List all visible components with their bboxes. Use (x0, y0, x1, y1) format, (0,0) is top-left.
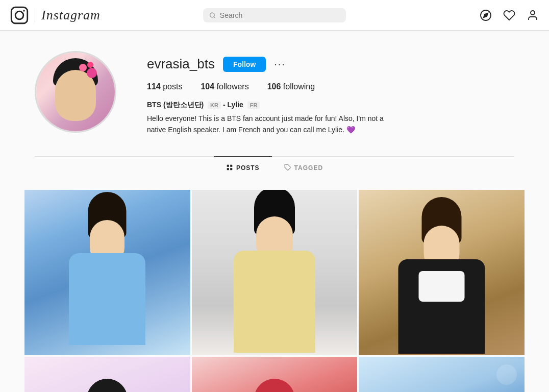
search-input[interactable] (220, 11, 340, 19)
bio-band-name: BTS (방탄소년단) (147, 101, 204, 109)
logo-text: Instagram (41, 8, 101, 23)
grid-item-2[interactable] (192, 190, 358, 356)
grid-item-4[interactable] (24, 357, 190, 392)
following-label: following (283, 82, 315, 91)
grid-icon (226, 164, 233, 173)
grid-item-3[interactable] (359, 190, 525, 356)
instagram-logo-icon (10, 6, 29, 24)
header-divider (35, 8, 35, 22)
tag-icon (284, 164, 291, 173)
bio-tag-kr: KR (208, 102, 221, 109)
svg-rect-8 (230, 165, 232, 167)
profile-username: evrasia_bts (147, 56, 215, 72)
flower-decoration-1 (87, 68, 97, 78)
svg-point-3 (210, 13, 215, 17)
svg-rect-7 (227, 165, 229, 167)
grid-item-6[interactable]: BT21 (359, 357, 525, 392)
svg-rect-0 (11, 7, 28, 23)
header-right (363, 9, 539, 21)
posts-grid: BT21 (24, 190, 525, 392)
flower-decoration-3 (87, 62, 93, 68)
search-icon (209, 12, 216, 19)
avatar-image (36, 53, 115, 131)
following-count: 106 (267, 82, 281, 91)
tab-tagged-label: TAGGED (294, 164, 323, 172)
follow-button[interactable]: Follow (223, 57, 266, 72)
following-stat[interactable]: 106 following (267, 82, 315, 91)
tab-tagged[interactable]: TAGGED (272, 156, 335, 180)
more-options-button[interactable]: ··· (274, 58, 286, 70)
followers-count: 104 (201, 82, 214, 91)
svg-point-2 (23, 10, 24, 11)
svg-point-1 (15, 11, 23, 19)
tabs-container: POSTS TAGGED (35, 156, 514, 180)
profile-name-row: evrasia_bts Follow ··· (147, 56, 514, 72)
header-search (186, 8, 362, 22)
profile-stats: 114 posts 104 followers 106 following (147, 82, 514, 91)
svg-marker-5 (484, 13, 488, 17)
followers-stat[interactable]: 104 followers (201, 82, 248, 91)
posts-label: posts (163, 82, 182, 91)
bio-title: BTS (방탄소년단) KR - Lylie FR (147, 101, 514, 110)
bio-tag-fr: FR (247, 102, 260, 109)
bio-text: Hello everyone! This is a BTS fan accoun… (147, 113, 402, 136)
posts-stat: 114 posts (147, 82, 182, 91)
flower-decoration-2 (79, 64, 87, 71)
search-box[interactable] (203, 8, 346, 22)
svg-rect-10 (230, 168, 232, 170)
posts-count: 114 (147, 82, 161, 91)
svg-point-6 (531, 11, 535, 15)
tab-posts[interactable]: POSTS (214, 156, 272, 180)
compass-icon[interactable] (480, 9, 492, 21)
profile-info: evrasia_bts Follow ··· 114 posts 104 fol… (147, 51, 514, 136)
svg-rect-9 (227, 168, 229, 170)
tab-posts-label: POSTS (236, 164, 260, 172)
profile-container: evrasia_bts Follow ··· 114 posts 104 fol… (24, 31, 525, 190)
user-icon[interactable] (527, 9, 539, 21)
bio-dash: - Lylie (223, 101, 243, 109)
header: Instagram (0, 0, 549, 31)
avatar (35, 51, 116, 133)
followers-label: followers (217, 82, 249, 91)
grid-item-1[interactable] (24, 190, 190, 356)
grid-item-5[interactable] (192, 357, 358, 392)
profile-top: evrasia_bts Follow ··· 114 posts 104 fol… (35, 51, 514, 136)
header-left: Instagram (10, 6, 186, 24)
heart-icon[interactable] (503, 9, 515, 21)
